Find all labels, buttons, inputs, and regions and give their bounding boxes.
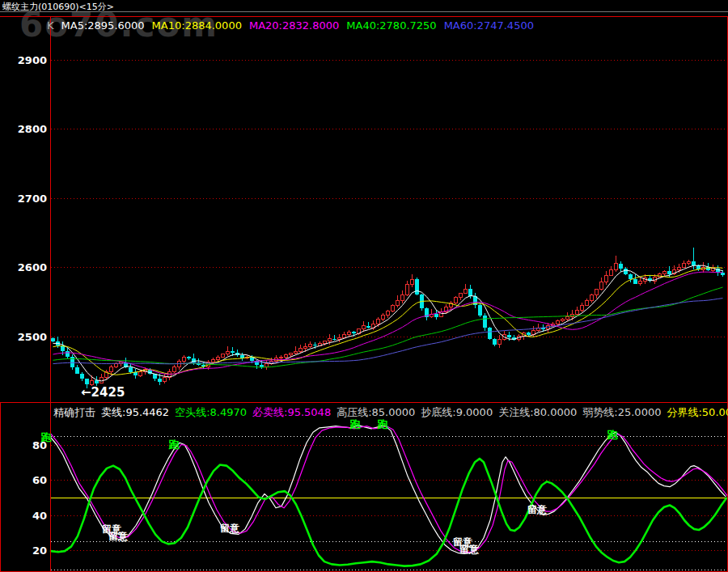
min-price-label: ←2425 xyxy=(81,385,125,400)
legend-item: MA60:2747.4500 xyxy=(444,19,534,32)
y-axis-label: 2700 xyxy=(0,192,47,204)
indicator-param: 高压线:85.0000 xyxy=(336,406,415,418)
indicator-param: 抄底线:9.0000 xyxy=(421,406,493,418)
notice-label: 留意 xyxy=(459,543,479,557)
y-axis-label: 80 xyxy=(0,439,47,451)
notice-label: 留意 xyxy=(220,522,239,536)
y-axis-label: 20 xyxy=(0,544,47,557)
run-signal-marker: 跑 xyxy=(378,417,388,432)
trading-app-window: 6o70.com 螺纹主力(010690)<15分> KMA5:2895.600… xyxy=(0,0,728,572)
indicator-param: 卖线:95.4462 xyxy=(101,406,169,418)
window-title: 螺纹主力(010690)<15分> xyxy=(2,1,114,13)
y-axis-label: 2600 xyxy=(0,261,47,273)
y-axis-label: 40 xyxy=(0,509,47,521)
indicator-param: 空头线:8.4970 xyxy=(175,406,247,418)
legend-item: MA40:2780.7250 xyxy=(346,19,436,32)
run-signal-marker: 跑 xyxy=(169,438,180,452)
run-signal-marker: 跑 xyxy=(350,417,361,432)
title-bar: 螺纹主力(010690)<15分> xyxy=(0,0,728,12)
indicator-param: 弱势线:25.0000 xyxy=(582,406,661,418)
notice-label: 留意 xyxy=(527,503,547,517)
indicator-param: 精确打击 xyxy=(53,406,95,418)
indicator-param: 必卖线:95.5048 xyxy=(252,406,331,418)
y-axis-label: 2900 xyxy=(0,53,47,66)
y-axis-label: 2800 xyxy=(0,123,47,135)
chart-canvas[interactable] xyxy=(0,0,728,572)
run-signal-marker: 跑 xyxy=(41,430,52,445)
indicator-param: 分界线:50.0000 xyxy=(667,406,728,418)
y-axis-label: 60 xyxy=(0,474,47,486)
indicator-param: 关注线:80.0000 xyxy=(498,406,577,418)
legend-item: MA20:2832.8000 xyxy=(249,19,339,32)
indicator-header: 精确打击卖线:95.4462空头线:8.4970必卖线:95.5048高压线:8… xyxy=(53,404,728,420)
notice-label: 留意 xyxy=(108,530,128,544)
legend-item: MA5:2895.6000 xyxy=(61,19,145,32)
legend-item: MA10:2884.0000 xyxy=(152,19,242,32)
y-axis-label: 2500 xyxy=(0,330,47,342)
run-signal-marker: 跑 xyxy=(607,428,618,443)
legend-item: K xyxy=(47,19,54,32)
main-chart-legend: KMA5:2895.6000MA10:2884.0000MA20:2832.80… xyxy=(47,17,541,32)
